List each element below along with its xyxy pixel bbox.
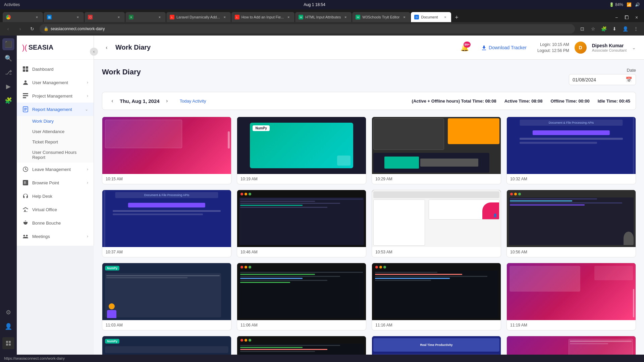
screenshot-card-13[interactable]: NumPy (102, 336, 231, 355)
tab-favicon-7: W (299, 15, 303, 19)
prev-date-button[interactable]: ‹ (108, 96, 117, 106)
back-button[interactable]: ‹ (3, 24, 13, 34)
close-button[interactable]: × (632, 13, 641, 22)
sidebar-item-meetings[interactable]: Meetings › (17, 230, 94, 243)
screenshot-card-9[interactable]: NumPy 11:03 AM (102, 263, 231, 330)
cast-button[interactable]: ⊡ (578, 24, 587, 34)
minimize-button[interactable]: − (612, 13, 621, 22)
icon-bar-item-debug[interactable]: ▶ (2, 80, 14, 93)
tab-close-1[interactable]: × (34, 14, 40, 20)
tab-close-5[interactable]: × (222, 14, 227, 20)
screenshot-card-16[interactable] (506, 336, 636, 355)
screenshot-card-3[interactable]: 10:29 AM (372, 117, 501, 184)
screenshot-card-14[interactable] (237, 336, 366, 355)
help-desk-label: Help Desk (32, 194, 88, 199)
screenshot-card-4[interactable]: Document & File Processing APIs 10:32 AM (506, 117, 636, 184)
forward-button[interactable]: › (15, 24, 25, 34)
screenshot-card-10[interactable]: 11:06 AM (237, 263, 366, 330)
icon-bar-item-git[interactable]: ⎇ (2, 66, 14, 78)
screenshot-card-7[interactable]: 👤 10:53 AM (372, 190, 501, 257)
sidebar-item-user-management[interactable]: User Management › (17, 76, 94, 89)
browser-tab-9[interactable]: D Document × (411, 12, 451, 22)
sidebar-item-brownie-point[interactable]: B Brownie Point › (17, 176, 94, 189)
download-tracker-button[interactable]: Download Tracker (476, 42, 532, 53)
tab-close-6[interactable]: × (286, 14, 291, 20)
tab-close-3[interactable]: × (116, 14, 121, 20)
new-tab-button[interactable]: + (452, 13, 461, 22)
sidebar-item-help-desk[interactable]: Help Desk (17, 189, 94, 203)
tab-close-9[interactable]: × (442, 14, 448, 20)
screenshot-card-11[interactable]: 11:16 AM (372, 263, 501, 330)
page-title: Work Diary (102, 68, 141, 76)
date-input-wrapper[interactable]: 01/08/2024 📅 (569, 74, 636, 85)
today-activity-button[interactable]: Today Activity (177, 97, 209, 105)
screenshot-card-2[interactable]: NumPy 10:19 AM (237, 117, 366, 184)
sidebar-item-user-consumed-hours[interactable]: User Consumed Hours Report (17, 147, 94, 163)
user-attendance-label: User Attendance (32, 129, 64, 134)
calendar-icon[interactable]: 📅 (626, 76, 632, 83)
icon-bar-item-search[interactable]: 🔍 (2, 52, 14, 64)
screenshot-thumb-16 (507, 336, 636, 355)
offline-time-stat: Offline Time: 00:00 (551, 99, 590, 104)
url-bar[interactable]: 🔒 seasiaconnect.com/work-dairy (40, 24, 575, 34)
network-icon: 📶 (627, 2, 632, 7)
header-back-button[interactable]: ‹ (102, 43, 111, 52)
screenshot-time-4: 10:32 AM (507, 174, 636, 184)
user-name: Dipesh Kumar (592, 43, 627, 48)
sidebar-item-dashboard[interactable]: Dashboard (17, 62, 94, 76)
tab-close-7[interactable]: × (343, 14, 348, 20)
icon-bar-item-settings[interactable]: ⚙ (2, 306, 14, 318)
next-date-button[interactable]: › (162, 96, 172, 106)
profile-button[interactable]: 👤 (621, 24, 630, 34)
browser-tab-5[interactable]: L Laravel Dynamically Add... × (166, 12, 231, 22)
sidebar-item-work-diary[interactable]: Work Diary (17, 116, 94, 126)
screenshot-card-12[interactable]: 11:19 AM (506, 263, 636, 330)
date-selector: Date 01/08/2024 📅 (569, 68, 636, 85)
screenshot-card-8[interactable]: 10:56 AM (506, 190, 636, 257)
browser-tab-4[interactable]: X × (125, 12, 166, 22)
svg-rect-13 (24, 108, 27, 109)
maximize-button[interactable]: ⧠ (622, 13, 631, 22)
extension-button[interactable]: 🧩 (599, 24, 608, 34)
screenshot-thumb-8 (507, 190, 636, 247)
menu-button[interactable]: ⋮ (631, 24, 641, 34)
screenshot-card-5[interactable]: Document & File Processing APIs 10:37 AM (102, 190, 231, 257)
download-button[interactable]: ⬇ (610, 24, 619, 34)
tab-favicon-9: D (414, 15, 419, 19)
notification-button[interactable]: 🔔 99+ (459, 42, 471, 54)
icon-bar-apps-grid[interactable] (2, 337, 14, 349)
browser-tab-3[interactable]: ⬡ × (85, 12, 125, 22)
sidebar-item-user-attendance[interactable]: User Attendance (17, 126, 94, 137)
sidebar-item-report-management[interactable]: Report Management ⌄ (17, 103, 94, 116)
sidebar-collapse-button[interactable]: ‹ (90, 48, 98, 56)
browser-tab-7[interactable]: W HTML Input Attributes × (295, 12, 352, 22)
browser-tab-6[interactable]: L How to Add an Input Fie... × (231, 12, 295, 22)
activities-label[interactable]: Activities (4, 2, 20, 7)
svg-rect-5 (26, 66, 28, 69)
icon-bar-item-account[interactable]: 👤 (2, 320, 14, 333)
browser-tab-2[interactable]: ⊞ × (44, 12, 84, 22)
icon-bar-item-extensions[interactable]: 🧩 (2, 95, 14, 107)
screenshot-card-15[interactable]: Real Time Productivity (372, 336, 501, 355)
bookmark-button[interactable]: ☆ (588, 24, 598, 34)
tab-close-8[interactable]: × (401, 14, 407, 20)
top-header: ‹ Work Diary 🔔 99+ Download Tracker (94, 36, 644, 60)
screenshot-card-1[interactable]: 10:15 AM (102, 117, 231, 184)
screenshot-card-6[interactable]: 10:46 AM (237, 190, 366, 257)
meetings-chevron: › (87, 234, 88, 239)
user-menu-chevron[interactable]: ⌄ (632, 45, 636, 50)
virtual-office-label: Virtual Office (32, 207, 88, 212)
sidebar-item-project-management[interactable]: Project Management › (17, 89, 94, 103)
sidebar-item-bonne-bouche[interactable]: Bonne Bouche (17, 216, 94, 230)
browser-tab-1[interactable]: × (3, 12, 43, 22)
active-time-label: Active Time: (504, 99, 530, 104)
tab-close-2[interactable]: × (75, 14, 80, 20)
tab-close-4[interactable]: × (157, 14, 162, 20)
tab-favicon-4: X (129, 15, 133, 19)
sidebar-item-ticket-report[interactable]: Ticket Report (17, 137, 94, 147)
browser-tab-8[interactable]: W W3Schools Tryit Editor × (352, 12, 410, 22)
icon-bar-item-files[interactable]: ⬛ (2, 38, 14, 50)
sidebar-item-virtual-office[interactable]: Virtual Office (17, 203, 94, 216)
sidebar-item-leave-management[interactable]: Leave Management › (17, 163, 94, 176)
reload-button[interactable]: ↻ (28, 24, 37, 34)
